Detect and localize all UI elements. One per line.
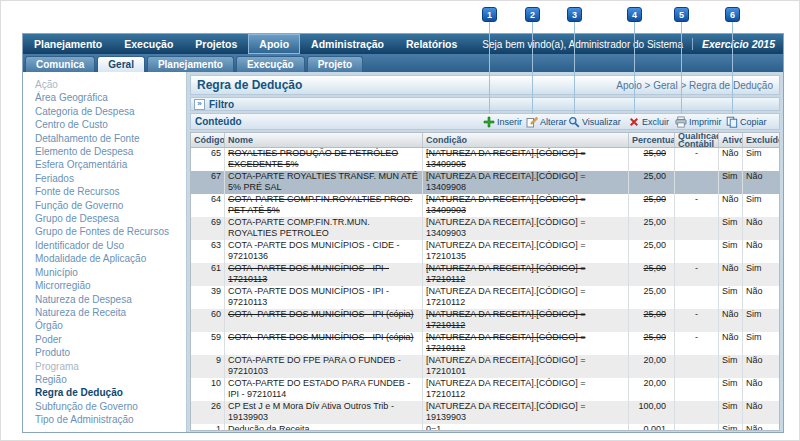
sidebar-item-centro-de-custo[interactable]: Centro de Custo [23, 118, 186, 131]
print-icon [675, 116, 687, 128]
cell-codigo: 63 [191, 240, 225, 263]
table-row[interactable]: 60COTA -PARTE DOS MUNICÍPIOS - IPI (cópi… [191, 309, 779, 332]
sidebar-item-orgao[interactable]: Órgão [23, 319, 186, 332]
cell-percentual: 25,00 [629, 148, 675, 171]
cell-nome: CP Est J e M Mora Dív Ativa Outros Trib … [225, 401, 423, 424]
cell-condicao: [NATUREZA DA RECEITA].[CÓDIGO] = 1721011… [423, 286, 629, 309]
table-row[interactable]: 63COTA -PARTE DOS MUNICÍPIOS - CIDE - 97… [191, 240, 779, 263]
sidebar-item-natureza-de-despesa[interactable]: Natureza de Despesa [23, 293, 186, 306]
sidebar-item-categoria-de-despesa[interactable]: Categoria de Despesa [23, 105, 186, 118]
sidebar-item-area-geografica[interactable]: Área Geográfica [23, 91, 186, 104]
sidebar-item-modalidade-de-aplicacao[interactable]: Modalidade de Aplicação [23, 252, 186, 265]
cell-excluido: Sim [743, 309, 779, 332]
tab-comunica[interactable]: Comunica [25, 56, 95, 72]
table-row[interactable]: 67COTA-PARTE ROYALTIES TRANSF. MUN ATÉ 5… [191, 171, 779, 194]
excluir-button[interactable]: Excluir [628, 115, 669, 129]
table-row[interactable]: 9COTA-PARTE DO FPE PARA O FUNDEB - 97210… [191, 355, 779, 378]
cell-ativo: Sim [719, 240, 743, 263]
cell-ativo: Sim [719, 424, 743, 431]
column-header-condicao[interactable]: Condição [423, 133, 629, 147]
column-header-qualificador-contabil[interactable]: Qualificador Contábil [675, 133, 719, 147]
callout-badge-3: 3 [567, 7, 582, 22]
sidebar-item-programa[interactable]: Programa [23, 360, 186, 373]
sidebar-item-funcao-de-governo[interactable]: Função de Governo [23, 199, 186, 212]
column-header-excluido[interactable]: Excluído [743, 133, 779, 147]
sidebar-item-elemento-de-despesa[interactable]: Elemento de Despesa [23, 145, 186, 158]
table-row[interactable]: 26CP Est J e M Mora Dív Ativa Outros Tri… [191, 401, 779, 424]
cell-codigo: 9 [191, 355, 225, 378]
cell-condicao: [NATUREZA DA RECEITA].[CÓDIGO] = 1721010… [423, 355, 629, 378]
menu-item-planejamento[interactable]: Planejamento [23, 34, 113, 54]
imprimir-button[interactable]: Imprimir [675, 115, 722, 129]
sidebar-item-microrregiao[interactable]: Microrregião [23, 279, 186, 292]
tab-planejamento[interactable]: Planejamento [147, 56, 234, 72]
sidebar-item-municipio[interactable]: Município [23, 266, 186, 279]
table-row[interactable]: 65ROYALTIES PRODUÇÃO DE PETRÓLEO EXCEDEN… [191, 148, 779, 171]
sidebar-item-acao[interactable]: Ação [23, 78, 186, 91]
column-header-nome[interactable]: Nome [225, 133, 423, 147]
cell-ativo: Não [719, 263, 743, 286]
app-window: PlanejamentoExecuçãoProjetosApoioAdminis… [22, 33, 784, 433]
table-row[interactable]: 10COTA-PARTE DO ESTADO PARA FUNDEB - IPI… [191, 378, 779, 401]
filter-bar: » Filtro [190, 97, 780, 111]
cell-excluido: Não [743, 217, 779, 240]
sidebar-item-produto[interactable]: Produto [23, 346, 186, 359]
cell-percentual: 100,00 [629, 401, 675, 424]
sidebar-nav: AçãoÁrea GeográficaCategoria de DespesaC… [23, 72, 187, 432]
sidebar-item-regiao[interactable]: Região [23, 373, 186, 386]
cell-codigo: 69 [191, 217, 225, 240]
sidebar-item-subfuncao-de-governo[interactable]: Subfunção de Governo [23, 400, 186, 413]
alterar-button[interactable]: Alterar [526, 115, 567, 129]
table-row[interactable]: 1Dedução da Receita0=10,001SimNão [191, 424, 779, 431]
column-header-percentual[interactable]: Percentual [629, 133, 675, 147]
menu-item-relatorios[interactable]: Relatórios [395, 34, 468, 54]
toolbar-button-label: Alterar [540, 117, 567, 127]
table-row[interactable]: 69COTA-PARTE COMP.FIN.TR.MUN. ROYALTIES … [191, 217, 779, 240]
callout-line-1 [489, 22, 490, 114]
sidebar-item-feriados[interactable]: Feriados [23, 172, 186, 185]
exercise-year-label: Exercício 2015 [702, 38, 775, 50]
sidebar-item-poder[interactable]: Poder [23, 333, 186, 346]
column-header-ativo[interactable]: Ativo [719, 133, 743, 147]
tab-execucao[interactable]: Execução [236, 56, 305, 72]
callout-badge-5: 5 [674, 7, 689, 22]
copiar-button[interactable]: Copiar [726, 115, 767, 129]
cell-excluido: Sim [743, 332, 779, 355]
column-header-codigo[interactable]: Código [191, 133, 225, 147]
menu-item-apoio[interactable]: Apoio [248, 34, 300, 54]
menu-item-projetos[interactable]: Projetos [184, 34, 248, 54]
cell-nome: COTA -PARTE DOS MUNICÍPIOS - IPI (cópia) [225, 332, 423, 355]
sidebar-item-tipo-de-administracao[interactable]: Tipo de Administração [23, 413, 186, 426]
sidebar-item-grupo-de-despesa[interactable]: Grupo de Despesa [23, 212, 186, 225]
table-row[interactable]: 59COTA -PARTE DOS MUNICÍPIOS - IPI (cópi… [191, 332, 779, 355]
sidebar-item-esfera-orcamentaria[interactable]: Esfera Orçamentária [23, 158, 186, 171]
sidebar-item-identificador-de-uso[interactable]: Identificador de Uso [23, 239, 186, 252]
cell-qualificador [675, 240, 719, 263]
callout-line-3 [574, 22, 575, 114]
cell-excluido: Sim [743, 263, 779, 286]
cell-condicao: [NATUREZA DA RECEITA].[CÓDIGO] = 1913990… [423, 401, 629, 424]
menu-item-administracao[interactable]: Administração [300, 34, 395, 54]
callout-line-4 [634, 22, 635, 114]
sidebar-item-fonte-de-recursos[interactable]: Fonte de Recursos [23, 185, 186, 198]
inserir-button[interactable]: Inserir [483, 115, 522, 129]
sidebar-item-grupo-de-fontes-de-recursos[interactable]: Grupo de Fontes de Recursos [23, 225, 186, 238]
toolbar-button-label: Excluir [642, 117, 669, 127]
menu-item-execucao[interactable]: Execução [113, 34, 184, 54]
expand-filter-icon[interactable]: » [194, 99, 205, 110]
sidebar-item-detalhamento-de-fonte[interactable]: Detalhamento de Fonte [23, 132, 186, 145]
cell-nome: COTA-PARTE DO ESTADO PARA FUNDEB - IPI -… [225, 378, 423, 401]
cell-nome: Dedução da Receita [225, 424, 423, 431]
table-row[interactable]: 39COTA -PARTE DOS MUNICÍPIOS - IPI - 972… [191, 286, 779, 309]
tab-projeto[interactable]: Projeto [307, 56, 363, 72]
visualizar-button[interactable]: Visualizar [568, 115, 621, 129]
sidebar-item-regra-de-deducao[interactable]: Regra de Dedução [23, 386, 186, 399]
tab-geral[interactable]: Geral [97, 56, 145, 72]
sidebar-item-natureza-de-receita[interactable]: Natureza de Receita [23, 306, 186, 319]
callout-line-6 [732, 22, 733, 114]
section-label: Conteúdo [195, 116, 242, 127]
table-row[interactable]: 64COTA-PARTE COMP.FIN.ROYALTIES PROD. PE… [191, 194, 779, 217]
cell-percentual: 25,00 [629, 194, 675, 217]
cell-excluido: Não [743, 401, 779, 424]
table-row[interactable]: 61COTA -PARTE DOS MUNICÍPIOS - IPI - 172… [191, 263, 779, 286]
